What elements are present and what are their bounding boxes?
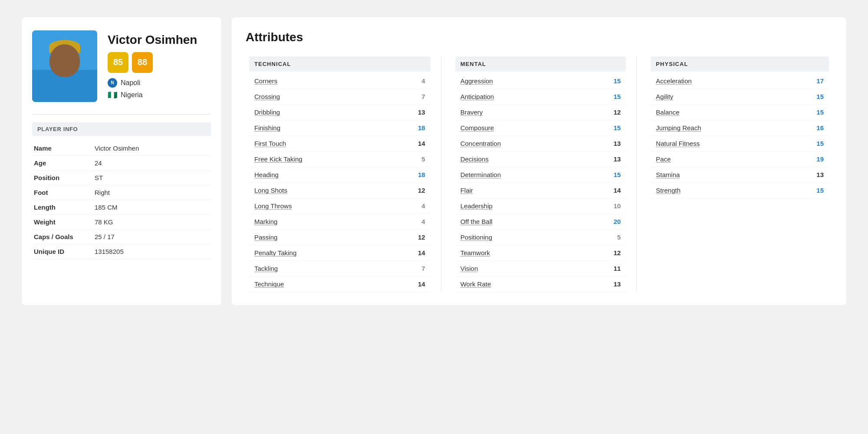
info-row: Unique ID13158205 xyxy=(32,244,211,259)
technical-header: TECHNICAL xyxy=(249,56,431,72)
attr-name: Work Rate xyxy=(460,280,491,288)
attr-row: Off the Ball20 xyxy=(455,214,626,230)
attr-name: Determination xyxy=(460,171,501,178)
info-label: Caps / Goals xyxy=(34,233,95,240)
attr-name: Positioning xyxy=(460,233,492,241)
attr-name: Aggression xyxy=(460,77,493,85)
info-label: Position xyxy=(34,174,95,181)
attr-name: Stamina xyxy=(656,171,680,178)
attr-value: 12 xyxy=(413,187,425,194)
rating-badge-2: 88 xyxy=(132,52,153,73)
attr-value: 13 xyxy=(608,280,621,288)
attributes-title: Attributes xyxy=(246,30,832,44)
attr-name: Jumping Reach xyxy=(656,124,701,132)
club-name: Napoli xyxy=(121,79,140,87)
attr-row: First Touch14 xyxy=(249,136,431,151)
club-row: N Napoli xyxy=(108,78,197,88)
attr-row: Balance15 xyxy=(651,105,829,120)
attr-name: Finishing xyxy=(254,124,280,132)
attr-row: Free Kick Taking5 xyxy=(249,151,431,167)
rating-badge-1: 85 xyxy=(108,52,128,73)
attr-row: Jumping Reach16 xyxy=(651,120,829,136)
physical-rows: Acceleration17Agility15Balance15Jumping … xyxy=(651,73,829,198)
attr-name: Vision xyxy=(460,265,478,272)
attr-row: Heading18 xyxy=(249,167,431,183)
club-icon: N xyxy=(108,78,117,88)
info-label: Length xyxy=(34,204,95,211)
attr-value: 15 xyxy=(812,187,824,194)
attr-name: Corners xyxy=(254,77,277,85)
attr-row: Natural Fitness15 xyxy=(651,136,829,151)
attr-value: 19 xyxy=(812,155,824,163)
club-info: N Napoli 🇳🇬 Nigeria xyxy=(108,78,197,100)
attr-row: Dribbling13 xyxy=(249,105,431,120)
attr-name: Heading xyxy=(254,171,279,178)
attr-name: Marking xyxy=(254,218,277,225)
attributes-grid: TECHNICAL Corners4Crossing7Dribbling13Fi… xyxy=(246,56,832,292)
attr-value: 7 xyxy=(413,265,425,272)
attr-name: Bravery xyxy=(460,108,483,116)
info-row: Weight78 KG xyxy=(32,215,211,230)
attr-row: Agility15 xyxy=(651,89,829,105)
attr-name: Strength xyxy=(656,187,681,194)
technical-column: TECHNICAL Corners4Crossing7Dribbling13Fi… xyxy=(246,56,441,292)
attr-row: Tackling7 xyxy=(249,261,431,276)
attr-value: 12 xyxy=(608,249,621,256)
info-value: 24 xyxy=(95,159,102,167)
attr-row: Flair14 xyxy=(455,183,626,198)
info-row: Length185 CM xyxy=(32,200,211,215)
info-label: Weight xyxy=(34,218,95,226)
attr-row: Corners4 xyxy=(249,73,431,89)
attr-value: 14 xyxy=(413,140,425,147)
attr-row: Work Rate13 xyxy=(455,276,626,292)
attr-row: Long Shots12 xyxy=(249,183,431,198)
attr-value: 13 xyxy=(812,171,824,178)
info-label: Foot xyxy=(34,189,95,196)
attr-value: 15 xyxy=(812,93,824,100)
attr-row: Pace19 xyxy=(651,151,829,167)
info-value: Right xyxy=(95,189,110,196)
attr-name: Concentration xyxy=(460,140,501,147)
attr-row: Technique14 xyxy=(249,276,431,292)
attr-value: 17 xyxy=(812,77,824,85)
attr-value: 18 xyxy=(413,171,425,178)
attr-name: Long Throws xyxy=(254,202,292,210)
info-row: NameVictor Osimhen xyxy=(32,141,211,156)
info-label: Unique ID xyxy=(34,248,95,255)
attr-value: 10 xyxy=(608,202,621,210)
attr-row: Aggression15 xyxy=(455,73,626,89)
info-value: 13158205 xyxy=(95,248,124,255)
attr-row: Long Throws4 xyxy=(249,198,431,214)
info-rows-container: NameVictor OsimhenAge24PositionSTFootRig… xyxy=(32,141,211,259)
info-row: FootRight xyxy=(32,185,211,200)
attr-row: Acceleration17 xyxy=(651,73,829,89)
nation-row: 🇳🇬 Nigeria xyxy=(108,90,197,100)
attr-value: 5 xyxy=(413,155,425,163)
attr-value: 16 xyxy=(812,124,824,132)
player-header: Victor Osimhen 85 88 N Napoli 🇳🇬 Nigeria xyxy=(32,30,211,102)
attr-name: Technique xyxy=(254,280,284,288)
info-row: PositionST xyxy=(32,171,211,185)
right-panel: Attributes TECHNICAL Corners4Crossing7Dr… xyxy=(232,17,846,305)
attr-name: Penalty Taking xyxy=(254,249,296,256)
attr-value: 12 xyxy=(413,233,425,241)
rating-badges: 85 88 xyxy=(108,52,197,73)
attr-name: Dribbling xyxy=(254,108,280,116)
attr-name: Long Shots xyxy=(254,187,287,194)
attr-value: 20 xyxy=(608,218,621,225)
attr-value: 12 xyxy=(608,108,621,116)
attr-value: 14 xyxy=(413,280,425,288)
attr-name: Agility xyxy=(656,93,673,100)
attr-name: Composure xyxy=(460,124,494,132)
info-value: ST xyxy=(95,174,103,181)
attr-name: Flair xyxy=(460,187,473,194)
attr-row: Marking4 xyxy=(249,214,431,230)
attr-name: Acceleration xyxy=(656,77,692,85)
attr-row: Bravery12 xyxy=(455,105,626,120)
attr-value: 13 xyxy=(608,140,621,147)
attr-row: Teamwork12 xyxy=(455,245,626,261)
player-name: Victor Osimhen xyxy=(108,33,197,47)
attr-value: 15 xyxy=(608,93,621,100)
player-info-header: Victor Osimhen 85 88 N Napoli 🇳🇬 Nigeria xyxy=(108,33,197,100)
attr-value: 15 xyxy=(812,140,824,147)
